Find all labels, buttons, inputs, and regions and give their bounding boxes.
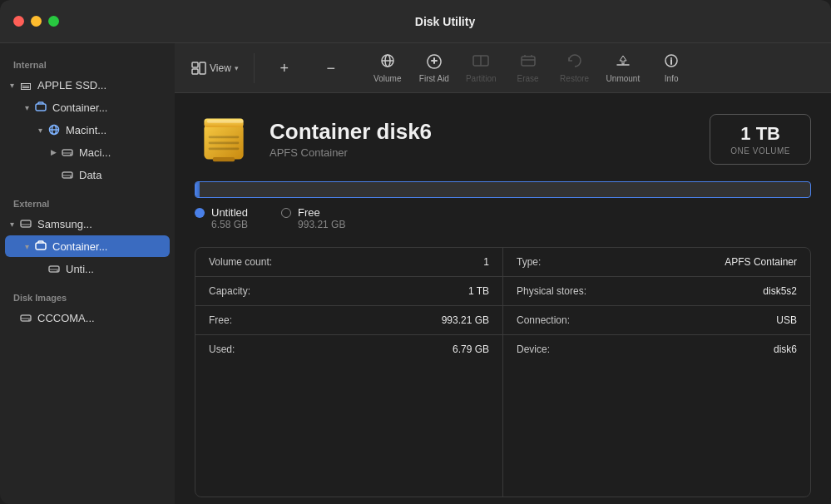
info-key-device: Device: (517, 343, 774, 355)
restore-icon (566, 52, 584, 72)
info-row-free: Free: 993.21 GB (195, 306, 502, 335)
partition-label: Partition (466, 74, 497, 83)
info-key-volume-count: Volume count: (209, 256, 483, 268)
sidebar-item-label: Macint... (66, 124, 163, 136)
legend-size-untitled: 6.58 GB (211, 219, 248, 230)
svg-point-15 (57, 270, 58, 272)
info-value-physical-stores: disk5s2 (763, 285, 797, 297)
disk-icon-area (195, 110, 253, 168)
disk-size-label: ONE VOLUME (730, 146, 790, 156)
info-row-capacity: Capacity: 1 TB (195, 277, 502, 306)
volume-label: Volume (373, 74, 401, 83)
info-key-used: Used: (209, 343, 453, 355)
sidebar-item-macint-volume[interactable]: ▾ Macint... (5, 119, 170, 141)
container-icon (33, 239, 48, 254)
volume-icon (378, 52, 397, 72)
legend-dot-untitled (195, 208, 205, 218)
info-key-type: Type: (517, 256, 725, 268)
info-grid: Volume count: 1 Capacity: 1 TB Free: 993… (195, 247, 811, 497)
svg-rect-0 (36, 104, 46, 111)
partition-button[interactable]: Partition (459, 49, 503, 86)
minimize-button[interactable] (31, 16, 42, 27)
svg-point-6 (70, 154, 72, 156)
info-value-free: 993.21 GB (442, 314, 489, 326)
svg-rect-19 (192, 62, 198, 67)
partition-section: Untitled 6.58 GB Free 993.21 GB (175, 181, 831, 240)
sidebar-item-samsung[interactable]: ▾ Samsung... (5, 213, 170, 235)
partition-bar-fill (195, 182, 200, 197)
sidebar-section-disk-images: Disk Images (0, 286, 175, 306)
erase-button[interactable]: Erase (507, 49, 550, 86)
info-label: Info (665, 74, 679, 83)
svg-rect-40 (207, 120, 244, 123)
sidebar: Internal ▾ 🖴 APPLE SSD... ▾ Container...… (0, 43, 175, 504)
remove-volume-button[interactable]: − (309, 57, 353, 79)
disk-size-box: 1 TB ONE VOLUME (710, 114, 811, 165)
legend-item-untitled: Untitled 6.58 GB (195, 206, 248, 230)
partition-legend: Untitled 6.58 GB Free 993.21 GB (195, 206, 811, 230)
info-row-type: Type: APFS Container (503, 248, 810, 277)
info-col-left: Volume count: 1 Capacity: 1 TB Free: 993… (195, 248, 503, 497)
legend-name-untitled: Untitled (211, 206, 248, 219)
sidebar-item-label: APPLE SSD... (37, 79, 163, 91)
info-value-connection: USB (776, 314, 797, 326)
info-row-used: Used: 6.79 GB (195, 335, 502, 363)
restore-button[interactable]: Restore (553, 49, 596, 86)
sidebar-item-container-internal[interactable]: ▾ Container... (5, 96, 170, 118)
disk-header: Container disk6 APFS Container 1 TB ONE … (175, 93, 831, 181)
maximize-button[interactable] (48, 16, 59, 27)
legend-name-free: Free (298, 206, 345, 219)
sidebar-item-label: CCCOMA... (37, 312, 163, 324)
info-key-free: Free: (209, 314, 442, 326)
disk-icon-svg (195, 110, 253, 168)
restore-label: Restore (560, 74, 589, 83)
drive-icon: 🖴 (18, 77, 33, 92)
add-volume-button[interactable]: + (263, 57, 306, 79)
add-icon: + (280, 61, 289, 76)
info-key-connection: Connection: (517, 314, 776, 326)
first-aid-button[interactable]: First Aid (413, 49, 456, 86)
drive-icon (18, 216, 33, 231)
sidebar-section-internal: Internal (0, 53, 175, 73)
sidebar-item-label: Unti... (66, 263, 163, 275)
sidebar-item-maci-sub[interactable]: ▶ Maci... (5, 141, 170, 163)
chevron-icon: ▾ (33, 126, 47, 135)
sidebar-item-label: Container... (52, 101, 163, 114)
sidebar-item-unti[interactable]: Unti... (5, 258, 170, 279)
info-value-device: disk6 (774, 343, 797, 355)
info-button[interactable]: Info (650, 49, 693, 86)
view-chevron-icon: ▾ (235, 64, 239, 72)
info-row-volume-count: Volume count: 1 (195, 248, 502, 277)
info-value-type: APFS Container (725, 256, 797, 268)
chevron-icon: ▶ (47, 148, 60, 156)
unmount-button[interactable]: Unmount (600, 49, 647, 86)
disk-info: Container disk6 APFS Container (270, 119, 693, 159)
legend-text-untitled: Untitled 6.58 GB (211, 206, 248, 230)
sidebar-section-external: External (0, 192, 175, 212)
legend-item-free: Free 993.21 GB (281, 206, 345, 230)
view-button[interactable]: View ▾ (185, 58, 245, 78)
legend-text-free: Free 993.21 GB (298, 206, 345, 230)
sidebar-item-container-external[interactable]: ▾ Container... (5, 235, 170, 257)
legend-dot-free (281, 208, 291, 218)
content-panel: View ▾ + − (175, 43, 831, 504)
info-col-right: Type: APFS Container Physical stores: di… (503, 248, 810, 497)
info-value-capacity: 1 TB (468, 285, 489, 297)
svg-rect-20 (192, 69, 198, 74)
sidebar-item-apple-ssd[interactable]: ▾ 🖴 APPLE SSD... (5, 74, 170, 96)
disk-size-value: 1 TB (730, 123, 790, 145)
svg-rect-39 (213, 157, 235, 161)
svg-rect-21 (200, 62, 205, 74)
svg-rect-27 (522, 57, 535, 66)
svg-point-33 (670, 57, 672, 59)
sidebar-item-data[interactable]: Data (5, 164, 170, 185)
info-value-volume-count: 1 (483, 256, 489, 268)
svg-point-18 (28, 319, 30, 321)
chevron-icon: ▾ (5, 81, 18, 90)
partition-bar-container (195, 181, 811, 198)
sidebar-item-cccoma[interactable]: CCCOMA... (5, 307, 170, 329)
volume-button[interactable]: Volume (366, 49, 409, 86)
first-aid-label: First Aid (419, 74, 449, 83)
toolbar: View ▾ + − (175, 43, 831, 93)
close-button[interactable] (13, 16, 24, 27)
